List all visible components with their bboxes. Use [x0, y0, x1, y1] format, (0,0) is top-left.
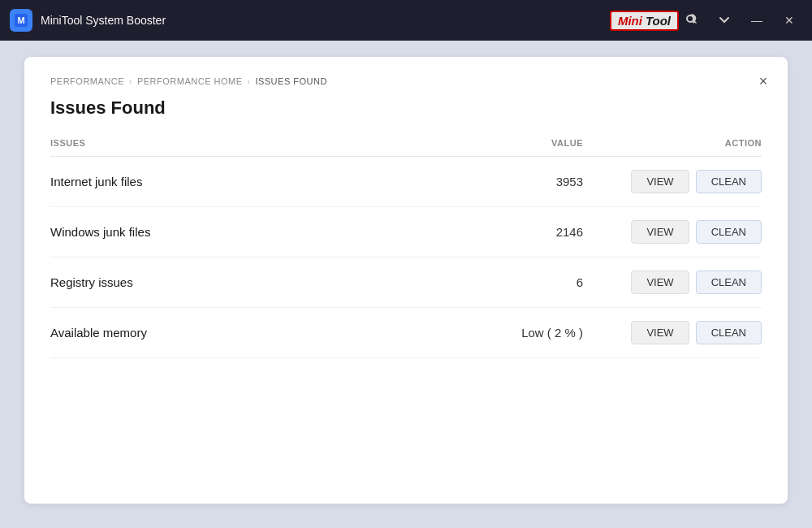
logo-mini: Mini: [618, 14, 642, 28]
table-row: Available memory Low ( 2 % ) VIEW CLEAN: [50, 308, 762, 358]
col-value-header: VALUE: [502, 138, 583, 157]
issues-card: × PERFORMANCE › PERFORMANCE HOME › ISSUE…: [24, 57, 788, 504]
table-row: Internet junk files 3953 VIEW CLEAN: [50, 157, 762, 207]
breadcrumb-sep-1: ›: [129, 77, 132, 86]
close-card-button[interactable]: ×: [752, 70, 775, 93]
col-action-header: ACTION: [583, 138, 762, 157]
breadcrumb-item-performance: PERFORMANCE: [50, 76, 124, 86]
key-button[interactable]: [679, 7, 705, 33]
view-button[interactable]: VIEW: [631, 170, 689, 193]
close-window-button[interactable]: ✕: [776, 7, 802, 33]
view-button[interactable]: VIEW: [631, 270, 689, 294]
table-header: ISSUES VALUE ACTION: [50, 138, 762, 157]
app-icon: M: [10, 9, 32, 32]
col-issues-header: ISSUES: [50, 138, 502, 157]
action-buttons: VIEW CLEAN: [583, 270, 762, 294]
table-row: Windows junk files 2146 VIEW CLEAN: [50, 207, 762, 258]
issue-name: Internet junk files: [50, 175, 142, 188]
action-buttons: VIEW CLEAN: [583, 321, 762, 344]
table-row: Registry issues 6 VIEW CLEAN: [50, 258, 762, 308]
issue-value: 6: [577, 275, 583, 289]
logo-tool: Tool: [646, 14, 671, 28]
issues-table: ISSUES VALUE ACTION Internet junk files …: [50, 138, 762, 358]
logo-box: Mini Tool: [610, 11, 679, 31]
breadcrumb: PERFORMANCE › PERFORMANCE HOME › ISSUES …: [50, 76, 762, 86]
logo: Mini Tool: [610, 11, 679, 31]
issue-value: 2146: [556, 225, 583, 239]
page-title: Issues Found: [50, 97, 762, 119]
clean-button[interactable]: CLEAN: [696, 220, 762, 244]
clean-button[interactable]: CLEAN: [696, 270, 762, 294]
issue-value: 3953: [556, 175, 583, 188]
view-button[interactable]: VIEW: [631, 220, 689, 244]
main-content: × PERFORMANCE › PERFORMANCE HOME › ISSUE…: [0, 41, 812, 528]
svg-text:M: M: [17, 15, 24, 25]
titlebar: M MiniTool System Booster Mini Tool — ✕: [0, 0, 812, 41]
action-buttons: VIEW CLEAN: [583, 170, 762, 193]
action-buttons: VIEW CLEAN: [583, 220, 762, 244]
app-title: MiniTool System Booster: [41, 14, 610, 27]
minimize-button[interactable]: —: [744, 7, 770, 33]
issue-name: Available memory: [50, 326, 147, 340]
window-controls: — ✕: [679, 7, 802, 33]
issue-value: Low ( 2 % ): [521, 326, 583, 340]
breadcrumb-item-home: PERFORMANCE HOME: [137, 76, 243, 86]
clean-button[interactable]: CLEAN: [696, 321, 762, 344]
issue-name: Windows junk files: [50, 225, 150, 239]
issue-name: Registry issues: [50, 275, 133, 289]
view-button[interactable]: VIEW: [631, 321, 689, 344]
clean-button[interactable]: CLEAN: [696, 170, 762, 193]
breadcrumb-item-issues: ISSUES FOUND: [255, 76, 327, 86]
chevron-button[interactable]: [711, 7, 737, 33]
breadcrumb-sep-2: ›: [248, 77, 251, 86]
